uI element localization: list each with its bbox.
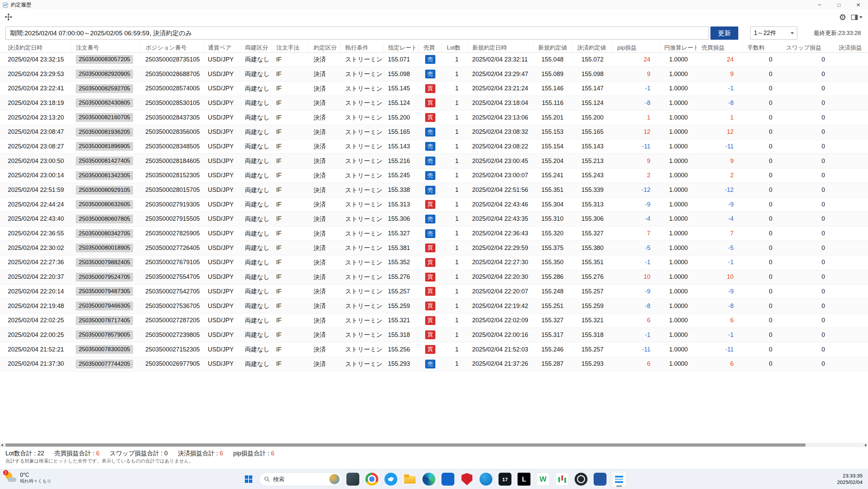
taskbar: 1 0°C 晴れ時々くもり 検索 17LW 23:33:35 2025/02/0…	[0, 469, 868, 489]
table-row[interactable]: 2025/02/04 23:00:50250350008142740525035…	[0, 154, 868, 168]
table-row[interactable]: 2025/02/04 22:19:48250350007946630525035…	[0, 299, 868, 313]
start-button[interactable]	[241, 471, 256, 487]
cell: 155.216	[383, 154, 418, 168]
minimize-button[interactable]	[810, 0, 829, 10]
cell: 0	[742, 313, 781, 328]
cell: 155.165	[572, 125, 612, 139]
cell: 2503500081342305	[71, 168, 141, 183]
table-row[interactable]: 2025/02/04 22:02:25250350007871740525035…	[0, 313, 868, 328]
taskbar-app-11[interactable]: W	[535, 471, 551, 487]
table-row[interactable]: 2025/02/04 23:29:53250350008292090525035…	[0, 67, 868, 82]
cell: 155.351	[572, 255, 612, 270]
table-row[interactable]: 2025/02/04 23:00:14250350008134230525035…	[0, 168, 868, 183]
cell: 2503500079524705	[71, 270, 141, 284]
cell: 1	[697, 110, 742, 125]
taskbar-app-14[interactable]	[592, 471, 608, 487]
table-row[interactable]: 2025/02/04 22:43:40250350008060780525035…	[0, 212, 868, 227]
cell: 0	[781, 328, 834, 342]
maximize-button[interactable]	[829, 0, 849, 10]
cell: 両建なし	[240, 357, 271, 371]
taskbar-app-3[interactable]	[383, 471, 399, 487]
cell: 2025/02/04 22:30:02	[0, 241, 71, 255]
cell: 155.327	[383, 226, 418, 241]
cell: 2025/02/04 22:51:56	[467, 183, 533, 197]
table-row[interactable]: 2025/02/04 23:08:47250350008193620525035…	[0, 125, 868, 139]
app-icon	[3, 2, 8, 8]
order-number-chip: 2503500078717405	[76, 316, 133, 325]
scroll-right-arrow-icon[interactable]	[865, 444, 867, 447]
table-row[interactable]: 2025/02/04 22:44:24250350008063260525035…	[0, 197, 868, 212]
scroll-left-arrow-icon[interactable]	[1, 444, 3, 447]
taskbar-app-12[interactable]	[554, 471, 570, 487]
gear-icon[interactable]	[839, 13, 846, 22]
cell: 決済	[309, 212, 340, 227]
taskbar-app-9[interactable]: 17	[497, 471, 513, 487]
column-header-2: 注文番号	[71, 43, 141, 52]
layout-panel-button[interactable]	[851, 15, 863, 20]
table-row[interactable]: 2025/02/04 22:00:25250350007857900525035…	[0, 328, 868, 342]
table-row[interactable]: 2025/02/04 22:30:02250350008001890525035…	[0, 241, 868, 255]
weather-widget[interactable]: 1 0°C 晴れ時々くもり	[5, 472, 51, 484]
taskbar-app-6[interactable]	[440, 471, 456, 487]
cell: 1	[442, 110, 467, 125]
table-row[interactable]: 2025/02/04 22:36:55250350008034270525035…	[0, 226, 868, 241]
move-handle-icon[interactable]	[5, 13, 12, 22]
search-input[interactable]: 検索	[259, 472, 342, 486]
order-number-chip: 2503500083057205	[76, 55, 133, 64]
cell: -1	[612, 255, 659, 270]
table-row[interactable]: 2025/02/04 23:13:20250350008216070525035…	[0, 110, 868, 125]
side-badge: 買	[425, 200, 435, 209]
taskbar-app-1[interactable]	[345, 471, 361, 487]
cell: 1.0000	[659, 81, 697, 96]
cell: 0	[781, 168, 834, 183]
cell: 155.318	[383, 328, 418, 342]
taskbar-app-4[interactable]	[402, 471, 418, 487]
windows-logo-icon	[245, 475, 252, 483]
order-number-chip: 2503500082430805	[76, 98, 133, 107]
close-button[interactable]	[849, 0, 868, 10]
taskbar-app-8[interactable]	[478, 471, 494, 487]
table-row[interactable]: 2025/02/04 23:32:15250350008305720525035…	[0, 52, 868, 67]
taskbar-app-7[interactable]	[459, 471, 475, 487]
cell: 2	[612, 168, 659, 183]
table-row[interactable]: 2025/02/04 23:08:27250350008189690525035…	[0, 139, 868, 154]
period-filter-input[interactable]: 期間:2025/02/04 07:00:00～2025/02/05 06:59:…	[5, 26, 709, 40]
table-row[interactable]: 2025/02/04 21:52:21250350007830020525035…	[0, 342, 868, 357]
cell: USD/JPY	[203, 168, 240, 183]
table-row[interactable]: 2025/02/04 22:20:37250350007952470525035…	[0, 270, 868, 284]
taskbar-app-10[interactable]: L	[516, 471, 532, 487]
page-range-select[interactable]: 1～22件	[750, 26, 797, 40]
taskbar-app-15[interactable]	[611, 471, 627, 487]
scrollbar-thumb[interactable]	[5, 443, 806, 447]
table-row[interactable]: 2025/02/04 23:22:41250350008259270525035…	[0, 81, 868, 96]
table-row[interactable]: 2025/02/04 21:37:30250350007774420525035…	[0, 357, 868, 371]
cell: 155.251	[533, 299, 572, 313]
taskbar-app-13[interactable]	[573, 471, 589, 487]
taskbar-clock[interactable]: 23:33:35 2025/02/04	[837, 472, 863, 485]
horizontal-scrollbar[interactable]	[0, 443, 868, 447]
cell: USD/JPY	[203, 197, 240, 212]
cell: 決済	[309, 270, 340, 284]
cell: 2503500028437305	[141, 110, 203, 125]
taskbar-app-2[interactable]	[364, 471, 380, 487]
cell: IF	[271, 241, 309, 255]
cell: 2503500028735105	[141, 52, 203, 67]
cell: 1	[612, 110, 659, 125]
taskbar-app-5[interactable]	[421, 471, 437, 487]
cell: IF	[271, 284, 309, 299]
cell: 155.318	[572, 328, 612, 342]
table-row[interactable]: 2025/02/04 22:51:59250350008092910525035…	[0, 183, 868, 197]
cell: 2503500027825905	[141, 226, 203, 241]
cell: 0	[781, 52, 834, 67]
table-row[interactable]: 2025/02/04 23:18:19250350008243080525035…	[0, 96, 868, 110]
cell: 買	[418, 313, 442, 328]
table-row[interactable]: 2025/02/04 22:20:14250350007948730525035…	[0, 284, 868, 299]
cell: 2025/02/04 21:52:03	[467, 342, 533, 357]
table-row[interactable]: 2025/02/04 22:27:36250350007988240525035…	[0, 255, 868, 270]
cell: -5	[697, 241, 742, 255]
cell: 155.072	[572, 52, 612, 67]
update-button[interactable]: 更新	[710, 26, 738, 40]
cell: 2025/02/04 23:13:06	[467, 110, 533, 125]
summary-settle-total: 決済損益合計 : 6	[178, 450, 223, 457]
cell: 1.0000	[659, 212, 697, 227]
